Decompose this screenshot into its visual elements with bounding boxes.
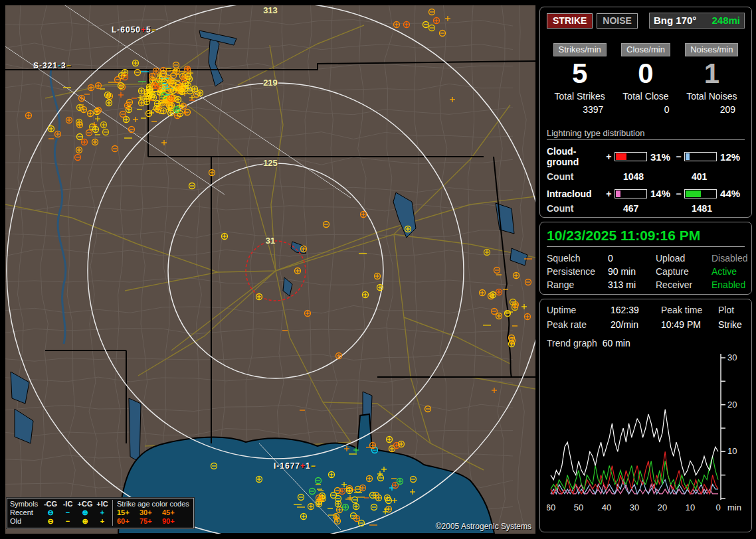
lightning-map[interactable]: 31125219313 L-6050+5−S-321-3−I-1677+1− S… <box>5 5 535 534</box>
squelch-label: Squelch <box>547 253 608 264</box>
total-strikes-label: Total Strikes <box>555 91 605 102</box>
sidebar: STRIKE NOISE Bng 170° 248mi Strikes/min … <box>539 7 752 532</box>
total-noises-value: 209 <box>720 104 745 115</box>
copyright-text: ©2005 Astrogenic Systems <box>436 522 531 531</box>
distribution-title: Lightning type distribution <box>547 128 745 140</box>
nexstorm-window: 31125219313 L-6050+5−S-321-3−I-1677+1− S… <box>0 0 756 539</box>
close-per-min-column: Close/min 0 Total Close 0 <box>613 43 678 115</box>
strike-stats-panel: STRIKE NOISE Bng 170° 248mi Strikes/min … <box>539 7 752 218</box>
persistence-value: 90 min <box>608 266 656 277</box>
total-close-label: Total Close <box>622 91 668 102</box>
trend-panel: Uptime 162:39 Peak time Plot Peak rate 2… <box>539 299 752 532</box>
count-label: Count <box>547 171 623 182</box>
ic-minus-bar <box>684 189 717 198</box>
svg-text:10: 10 <box>686 502 695 512</box>
map-canvas[interactable]: 31125219313 <box>5 5 535 534</box>
cg-plus-count: 1048 <box>623 171 692 182</box>
ic-plus-pct: 14% <box>650 188 675 199</box>
peak-rate-label: Peak rate <box>547 319 611 330</box>
ic-minus-pct: 44% <box>720 188 745 199</box>
intracloud-count-row: Count 467 1481 <box>547 203 745 214</box>
intracloud-label: Intracloud <box>547 189 605 199</box>
ic-plus-bar <box>614 189 648 198</box>
total-strikes-value: 3397 <box>583 104 613 115</box>
strike-mode-button[interactable]: STRIKE <box>547 13 593 29</box>
svg-text:50: 50 <box>574 502 583 512</box>
peak-rate-value: 20/min <box>611 319 661 330</box>
strikes-per-min-column: Strikes/min 5 Total Strikes 3397 <box>547 43 613 115</box>
uptime-label: Uptime <box>547 305 611 315</box>
bearing-readout: Bng 170° 248mi <box>649 13 745 29</box>
svg-text:20: 20 <box>727 400 737 410</box>
noises-per-min-column: Noises/min 1 Total Noises 209 <box>679 43 745 115</box>
svg-text:30: 30 <box>630 502 639 512</box>
cloud-ground-row: Cloud-ground + 31% − 12% <box>547 146 745 167</box>
trend-graph-label: Trend graph <box>547 338 597 348</box>
svg-text:10: 10 <box>727 446 737 456</box>
cloud-ground-count-row: Count 1048 401 <box>547 171 745 182</box>
close-per-min-value: 0 <box>638 58 653 90</box>
status-panel: 10/23/2025 11:09:16 PM Squelch 0 Upload … <box>539 222 752 295</box>
noise-mode-button[interactable]: NOISE <box>597 13 638 29</box>
close-per-min-chip: Close/min <box>621 43 670 56</box>
ic-minus-count: 1481 <box>692 203 712 214</box>
storm-cell-label: S-321-3− <box>33 61 72 70</box>
squelch-value: 0 <box>608 253 656 264</box>
intracloud-row: Intracloud + 14% − 44% <box>547 188 745 199</box>
receiver-label: Receiver <box>656 279 711 290</box>
peak-time-label: Peak time <box>661 305 718 315</box>
persistence-label: Persistence <box>547 266 608 277</box>
cg-minus-count: 401 <box>692 171 707 182</box>
svg-text:30: 30 <box>727 352 737 362</box>
cloud-ground-label: Cloud-ground <box>547 146 605 167</box>
trend-window-value: 60 min <box>603 338 630 348</box>
storm-cell-label: I-1677+1− <box>274 461 316 471</box>
bearing-range: 248mi <box>711 15 740 26</box>
range-label: Range <box>547 279 608 290</box>
noises-per-min-value: 1 <box>704 58 719 90</box>
minus-sign: − <box>675 189 682 199</box>
capture-label: Capture <box>656 266 711 277</box>
svg-text:0: 0 <box>715 502 720 512</box>
strikes-per-min-value: 5 <box>572 58 587 90</box>
svg-text:40: 40 <box>602 502 611 512</box>
noises-per-min-chip: Noises/min <box>685 43 738 56</box>
cg-minus-bar <box>684 152 717 161</box>
count-label: Count <box>547 203 623 214</box>
total-noises-label: Total Noises <box>686 91 737 102</box>
svg-text:219: 219 <box>263 78 278 88</box>
total-close-value: 0 <box>664 104 679 115</box>
svg-text:20: 20 <box>658 502 667 512</box>
svg-text:min: min <box>727 502 741 512</box>
minus-sign: − <box>675 151 682 162</box>
svg-text:313: 313 <box>263 5 278 15</box>
capture-value: Active <box>711 266 747 277</box>
plus-sign: + <box>605 189 613 199</box>
uptime-value: 162:39 <box>611 305 661 315</box>
range-value: 313 mi <box>608 279 656 290</box>
bearing-label: Bng 170° <box>654 15 696 26</box>
svg-text:125: 125 <box>263 158 278 168</box>
cg-minus-pct: 12% <box>720 151 745 163</box>
peak-time-value: 10:49 PM <box>661 319 718 330</box>
trend-graph: 3020106050403020100min <box>547 351 746 525</box>
datetime-display: 10/23/2025 11:09:16 PM <box>547 228 745 247</box>
upload-value: Disabled <box>711 253 747 264</box>
strike-legend: Symbols-CG-IC+CG+ICStrike age color code… <box>7 498 194 528</box>
plus-sign: + <box>605 151 613 162</box>
svg-text:60: 60 <box>547 502 555 512</box>
receiver-value: Enabled <box>711 279 747 290</box>
svg-text:31: 31 <box>266 236 275 246</box>
upload-label: Upload <box>656 253 711 264</box>
strikes-per-min-chip: Strikes/min <box>553 43 607 56</box>
ic-plus-count: 467 <box>623 203 692 214</box>
cg-plus-bar <box>614 152 648 161</box>
plot-value: Strike <box>718 319 747 330</box>
cg-plus-pct: 31% <box>650 151 675 163</box>
storm-cell-label: L-6050+5− <box>112 25 157 35</box>
plot-label: Plot <box>718 305 747 315</box>
